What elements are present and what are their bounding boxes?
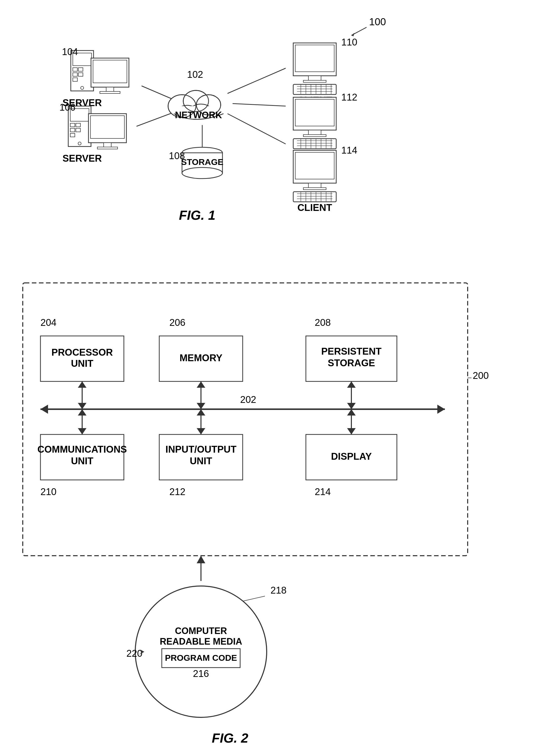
svg-rect-89: [309, 183, 321, 188]
svg-rect-30: [106, 87, 114, 92]
svg-rect-70: [293, 97, 336, 130]
svg-line-7: [227, 114, 286, 144]
svg-text:MEMORY: MEMORY: [179, 353, 222, 363]
svg-text:200: 200: [473, 370, 489, 381]
svg-text:UNIT: UNIT: [71, 358, 93, 369]
svg-text:UNIT: UNIT: [71, 456, 93, 466]
svg-text:NETWORK: NETWORK: [175, 110, 222, 120]
svg-text:220: 220: [126, 648, 142, 659]
svg-line-156: [243, 596, 265, 601]
svg-text:114: 114: [341, 145, 357, 156]
svg-text:100: 100: [369, 16, 386, 27]
svg-rect-55: [309, 76, 321, 80]
svg-text:218: 218: [270, 585, 287, 596]
svg-marker-2: [351, 33, 355, 36]
svg-text:CLIENT: CLIENT: [297, 202, 332, 213]
svg-rect-90: [303, 188, 326, 190]
svg-text:COMPUTER: COMPUTER: [175, 626, 227, 636]
svg-rect-87: [293, 150, 336, 183]
svg-text:208: 208: [315, 317, 331, 328]
svg-text:102: 102: [187, 69, 203, 80]
svg-text:212: 212: [169, 486, 185, 497]
svg-text:UNIT: UNIT: [190, 456, 212, 466]
svg-text:202: 202: [240, 394, 256, 405]
svg-rect-57: [293, 84, 336, 94]
svg-text:108: 108: [169, 151, 185, 161]
svg-rect-72: [309, 130, 321, 135]
svg-line-6: [232, 104, 286, 106]
svg-text:214: 214: [315, 486, 331, 497]
svg-text:PROGRAM CODE: PROGRAM CODE: [165, 653, 237, 663]
svg-rect-105: [23, 283, 468, 556]
svg-rect-45: [97, 147, 117, 149]
svg-text:STORAGE: STORAGE: [328, 358, 375, 368]
svg-marker-153: [197, 556, 205, 563]
svg-text:216: 216: [193, 668, 209, 679]
svg-rect-73: [303, 135, 326, 137]
svg-rect-31: [100, 91, 120, 93]
svg-point-50: [182, 167, 222, 179]
svg-text:SERVER: SERVER: [62, 153, 102, 164]
svg-text:FIG. 2: FIG. 2: [212, 731, 248, 745]
svg-text:COMMUNICATIONS: COMMUNICATIONS: [37, 444, 127, 455]
fig1-diagram: 100 NETWORK: [20, 10, 526, 227]
svg-text:104: 104: [62, 46, 78, 57]
svg-text:PERSISTENT: PERSISTENT: [321, 346, 382, 357]
fig2-diagram: 200 202: [15, 258, 533, 753]
svg-rect-56: [303, 80, 326, 82]
svg-text:210: 210: [40, 486, 56, 497]
svg-rect-74: [293, 139, 336, 149]
svg-rect-44: [104, 143, 111, 147]
svg-text:206: 206: [169, 317, 185, 328]
svg-text:110: 110: [341, 37, 357, 47]
svg-rect-53: [293, 43, 336, 76]
svg-line-5: [227, 68, 286, 93]
page: 100 NETWORK: [0, 0, 544, 756]
svg-rect-91: [293, 192, 336, 202]
svg-text:STORAGE: STORAGE: [181, 157, 223, 167]
svg-text:FIG. 1: FIG. 1: [179, 208, 215, 223]
svg-text:DISPLAY: DISPLAY: [331, 451, 372, 462]
svg-text:204: 204: [40, 317, 56, 328]
svg-text:READABLE MEDIA: READABLE MEDIA: [160, 636, 242, 647]
svg-text:112: 112: [341, 92, 357, 103]
svg-text:PROCESSOR: PROCESSOR: [52, 347, 113, 358]
svg-text:106: 106: [59, 102, 75, 113]
svg-text:INPUT/OUTPUT: INPUT/OUTPUT: [165, 444, 236, 455]
